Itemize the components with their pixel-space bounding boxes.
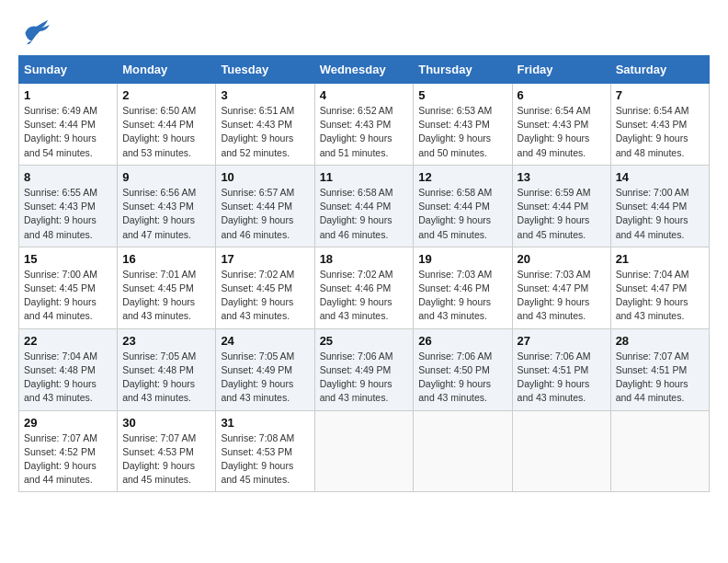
- calendar-cell: [314, 410, 414, 492]
- day-info: Sunrise: 7:03 AM Sunset: 4:46 PM Dayligh…: [418, 268, 506, 324]
- calendar-cell: 8 Sunrise: 6:55 AM Sunset: 4:43 PM Dayli…: [19, 165, 118, 247]
- day-info: Sunrise: 7:06 AM Sunset: 4:51 PM Dayligh…: [518, 350, 606, 406]
- day-number: 1: [24, 88, 112, 102]
- day-info: Sunrise: 6:57 AM Sunset: 4:44 PM Dayligh…: [221, 186, 309, 242]
- calendar-cell: 22 Sunrise: 7:04 AM Sunset: 4:48 PM Dayl…: [19, 328, 118, 410]
- calendar-header-row: SundayMondayTuesdayWednesdayThursdayFrid…: [19, 56, 710, 84]
- day-info: Sunrise: 6:58 AM Sunset: 4:44 PM Dayligh…: [418, 186, 506, 242]
- calendar-cell: 30 Sunrise: 7:07 AM Sunset: 4:53 PM Dayl…: [118, 410, 216, 492]
- day-number: 19: [418, 252, 506, 266]
- calendar-cell: 13 Sunrise: 6:59 AM Sunset: 4:44 PM Dayl…: [512, 165, 610, 247]
- page-header: [18, 18, 710, 46]
- calendar-cell: [414, 410, 512, 492]
- day-info: Sunrise: 7:05 AM Sunset: 4:49 PM Dayligh…: [221, 350, 309, 406]
- calendar-cell: 10 Sunrise: 6:57 AM Sunset: 4:44 PM Dayl…: [216, 165, 314, 247]
- calendar-week-row: 29 Sunrise: 7:07 AM Sunset: 4:52 PM Dayl…: [19, 410, 710, 492]
- day-info: Sunrise: 7:03 AM Sunset: 4:47 PM Dayligh…: [518, 268, 606, 324]
- calendar-header-tuesday: Tuesday: [216, 56, 314, 84]
- day-info: Sunrise: 6:49 AM Sunset: 4:44 PM Dayligh…: [24, 104, 112, 160]
- calendar-cell: [512, 410, 610, 492]
- day-number: 31: [221, 416, 309, 430]
- day-number: 3: [221, 88, 309, 102]
- calendar-table: SundayMondayTuesdayWednesdayThursdayFrid…: [18, 55, 710, 492]
- day-number: 29: [24, 416, 112, 430]
- calendar-cell: 6 Sunrise: 6:54 AM Sunset: 4:43 PM Dayli…: [512, 84, 610, 166]
- day-info: Sunrise: 6:51 AM Sunset: 4:43 PM Dayligh…: [221, 104, 309, 160]
- calendar-body: 1 Sunrise: 6:49 AM Sunset: 4:44 PM Dayli…: [19, 84, 710, 492]
- day-info: Sunrise: 7:01 AM Sunset: 4:45 PM Dayligh…: [122, 268, 210, 324]
- day-info: Sunrise: 7:06 AM Sunset: 4:49 PM Dayligh…: [320, 350, 409, 406]
- day-number: 11: [320, 170, 409, 184]
- calendar-cell: 11 Sunrise: 6:58 AM Sunset: 4:44 PM Dayl…: [314, 165, 414, 247]
- calendar-cell: 24 Sunrise: 7:05 AM Sunset: 4:49 PM Dayl…: [216, 328, 314, 410]
- calendar-header-thursday: Thursday: [414, 56, 512, 84]
- calendar-cell: 12 Sunrise: 6:58 AM Sunset: 4:44 PM Dayl…: [414, 165, 512, 247]
- day-info: Sunrise: 7:04 AM Sunset: 4:47 PM Dayligh…: [616, 268, 704, 324]
- day-info: Sunrise: 6:58 AM Sunset: 4:44 PM Dayligh…: [320, 186, 409, 242]
- day-number: 4: [320, 88, 409, 102]
- day-number: 13: [518, 170, 606, 184]
- calendar-header-monday: Monday: [118, 56, 216, 84]
- calendar-cell: 23 Sunrise: 7:05 AM Sunset: 4:48 PM Dayl…: [118, 328, 216, 410]
- day-info: Sunrise: 7:02 AM Sunset: 4:45 PM Dayligh…: [221, 268, 309, 324]
- calendar-header-sunday: Sunday: [19, 56, 118, 84]
- day-info: Sunrise: 6:50 AM Sunset: 4:44 PM Dayligh…: [122, 104, 210, 160]
- day-info: Sunrise: 7:07 AM Sunset: 4:53 PM Dayligh…: [122, 431, 210, 488]
- day-info: Sunrise: 7:02 AM Sunset: 4:46 PM Dayligh…: [320, 268, 409, 324]
- day-info: Sunrise: 6:54 AM Sunset: 4:43 PM Dayligh…: [616, 104, 704, 160]
- day-number: 17: [221, 252, 309, 266]
- calendar-week-row: 22 Sunrise: 7:04 AM Sunset: 4:48 PM Dayl…: [19, 328, 710, 410]
- calendar-cell: 16 Sunrise: 7:01 AM Sunset: 4:45 PM Dayl…: [118, 247, 216, 328]
- day-info: Sunrise: 6:53 AM Sunset: 4:43 PM Dayligh…: [418, 104, 506, 160]
- calendar-cell: 26 Sunrise: 7:06 AM Sunset: 4:50 PM Dayl…: [414, 328, 512, 410]
- day-number: 6: [518, 88, 606, 102]
- calendar-cell: 29 Sunrise: 7:07 AM Sunset: 4:52 PM Dayl…: [19, 410, 118, 492]
- day-info: Sunrise: 7:04 AM Sunset: 4:48 PM Dayligh…: [24, 350, 112, 406]
- day-info: Sunrise: 6:56 AM Sunset: 4:43 PM Dayligh…: [122, 186, 210, 242]
- calendar-cell: 19 Sunrise: 7:03 AM Sunset: 4:46 PM Dayl…: [414, 247, 512, 328]
- day-info: Sunrise: 6:54 AM Sunset: 4:43 PM Dayligh…: [518, 104, 606, 160]
- day-number: 27: [518, 334, 606, 348]
- calendar-cell: 18 Sunrise: 7:02 AM Sunset: 4:46 PM Dayl…: [314, 247, 414, 328]
- calendar-week-row: 1 Sunrise: 6:49 AM Sunset: 4:44 PM Dayli…: [19, 84, 710, 166]
- calendar-header-saturday: Saturday: [610, 56, 709, 84]
- calendar-week-row: 8 Sunrise: 6:55 AM Sunset: 4:43 PM Dayli…: [19, 165, 710, 247]
- calendar-cell: 3 Sunrise: 6:51 AM Sunset: 4:43 PM Dayli…: [216, 84, 314, 166]
- day-info: Sunrise: 7:07 AM Sunset: 4:52 PM Dayligh…: [24, 431, 112, 488]
- day-number: 28: [616, 334, 704, 348]
- calendar-cell: 5 Sunrise: 6:53 AM Sunset: 4:43 PM Dayli…: [414, 84, 512, 166]
- calendar-cell: 27 Sunrise: 7:06 AM Sunset: 4:51 PM Dayl…: [512, 328, 610, 410]
- logo: [18, 18, 57, 46]
- day-number: 25: [320, 334, 409, 348]
- calendar-cell: 15 Sunrise: 7:00 AM Sunset: 4:45 PM Dayl…: [19, 247, 118, 328]
- day-number: 30: [122, 416, 210, 430]
- calendar-cell: [610, 410, 709, 492]
- day-info: Sunrise: 6:59 AM Sunset: 4:44 PM Dayligh…: [518, 186, 606, 242]
- day-number: 5: [418, 88, 506, 102]
- day-number: 23: [122, 334, 210, 348]
- day-info: Sunrise: 6:52 AM Sunset: 4:43 PM Dayligh…: [320, 104, 409, 160]
- calendar-week-row: 15 Sunrise: 7:00 AM Sunset: 4:45 PM Dayl…: [19, 247, 710, 328]
- day-number: 15: [24, 252, 112, 266]
- day-info: Sunrise: 6:55 AM Sunset: 4:43 PM Dayligh…: [24, 186, 112, 242]
- day-number: 21: [616, 252, 704, 266]
- calendar-header-wednesday: Wednesday: [314, 56, 414, 84]
- day-number: 20: [518, 252, 606, 266]
- day-number: 12: [418, 170, 506, 184]
- day-number: 7: [616, 88, 704, 102]
- day-number: 8: [24, 170, 112, 184]
- day-number: 22: [24, 334, 112, 348]
- calendar-cell: 2 Sunrise: 6:50 AM Sunset: 4:44 PM Dayli…: [118, 84, 216, 166]
- calendar-header-friday: Friday: [512, 56, 610, 84]
- day-info: Sunrise: 7:00 AM Sunset: 4:44 PM Dayligh…: [616, 186, 704, 242]
- day-info: Sunrise: 7:06 AM Sunset: 4:50 PM Dayligh…: [418, 350, 506, 406]
- calendar-cell: 14 Sunrise: 7:00 AM Sunset: 4:44 PM Dayl…: [610, 165, 709, 247]
- calendar-cell: 9 Sunrise: 6:56 AM Sunset: 4:43 PM Dayli…: [118, 165, 216, 247]
- day-number: 26: [418, 334, 506, 348]
- day-number: 9: [122, 170, 210, 184]
- day-info: Sunrise: 7:08 AM Sunset: 4:53 PM Dayligh…: [221, 431, 309, 488]
- calendar-cell: 28 Sunrise: 7:07 AM Sunset: 4:51 PM Dayl…: [610, 328, 709, 410]
- logo-bird-icon: [18, 18, 51, 46]
- day-number: 24: [221, 334, 309, 348]
- calendar-cell: 17 Sunrise: 7:02 AM Sunset: 4:45 PM Dayl…: [216, 247, 314, 328]
